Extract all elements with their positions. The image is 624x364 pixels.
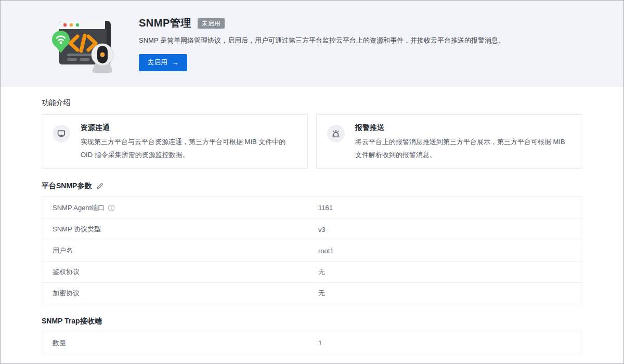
row-value: 无 [318, 267, 325, 277]
feature-card-description: 实现第三方平台与云平台资源连通，第三方平台可根据 MIB 文件中的 OID 指令… [81, 135, 297, 161]
status-badge: 未启用 [198, 18, 225, 29]
feature-card-resource: 资源连通 实现第三方平台与云平台资源连通，第三方平台可根据 MIB 文件中的 O… [42, 114, 308, 169]
snmp-params-table: SNMP Agent端口 1161 SNMP 协议类型 v3 用户名 [42, 197, 582, 304]
pencil-icon [96, 183, 103, 190]
params-section-header: 平台SNMP参数 [42, 181, 582, 191]
feature-card-title: 资源连通 [81, 123, 297, 133]
enable-button[interactable]: 去启用 → [139, 54, 187, 71]
snmp-trap-table: 数量 1 [42, 332, 582, 354]
edit-params-button[interactable] [96, 183, 103, 190]
row-label: SNMP Agent端口 [42, 203, 318, 213]
page-header: SNMP管理 未启用 SNMP 是简单网络管理协议，启用后，用户可通过第三方平台… [1, 1, 623, 87]
monitor-icon [53, 125, 70, 142]
table-row: 用户名 root1 [42, 240, 582, 261]
features-section-title: 功能介绍 [42, 98, 582, 108]
arrow-right-icon: → [172, 59, 179, 66]
feature-card-alarm: 报警推送 将云平台上的报警消息推送到第三方平台展示，第三方平台可根据 MIB 文… [316, 114, 582, 169]
row-value: 1161 [318, 204, 333, 212]
enable-button-label: 去启用 [147, 58, 167, 67]
row-value: 1 [318, 339, 322, 347]
trap-section-header: SNMP Trap接收端 [42, 317, 582, 326]
feature-card-text: 资源连通 实现第三方平台与云平台资源连通，第三方平台可根据 MIB 文件中的 O… [81, 123, 297, 161]
row-value: root1 [318, 247, 334, 255]
table-row: 数量 1 [42, 332, 582, 354]
row-label: SNMP 协议类型 [42, 225, 318, 234]
snmp-management-page: SNMP管理 未启用 SNMP 是简单网络管理协议，启用后，用户可通过第三方平台… [0, 0, 624, 364]
row-label: 用户名 [42, 246, 318, 255]
params-section-title: 平台SNMP参数 [42, 181, 92, 191]
feature-cards: 资源连通 实现第三方平台与云平台资源连通，第三方平台可根据 MIB 文件中的 O… [42, 114, 582, 169]
row-value: 无 [318, 289, 325, 298]
row-label: 鉴权协议 [42, 267, 318, 277]
table-row: 加密协议 无 [42, 282, 582, 304]
table-row: SNMP 协议类型 v3 [42, 218, 582, 240]
table-row: SNMP Agent端口 1161 [42, 197, 582, 218]
row-label: 加密协议 [42, 289, 318, 298]
table-row: 鉴权协议 无 [42, 261, 582, 282]
trap-section-title: SNMP Trap接收端 [42, 317, 102, 326]
page-content: 功能介绍 资源连通 实现第三方平台与云平台资源连通，第三方平台可根据 MIB 文… [1, 98, 623, 354]
info-icon[interactable] [108, 204, 115, 212]
page-title: SNMP管理 [139, 16, 191, 30]
snmp-illustration-icon [44, 13, 122, 75]
row-value: v3 [318, 226, 326, 233]
alarm-icon [327, 125, 345, 142]
page-description: SNMP 是简单网络管理协议，启用后，用户可通过第三方平台监控云平台上的资源和事… [139, 36, 505, 45]
row-label: 数量 [42, 339, 318, 348]
header-text-block: SNMP管理 未启用 SNMP 是简单网络管理协议，启用后，用户可通过第三方平台… [139, 13, 505, 87]
row-label-text: SNMP Agent端口 [53, 203, 105, 213]
feature-card-description: 将云平台上的报警消息推送到第三方平台展示，第三方平台可根据 MIB 文件解析收到… [355, 135, 571, 161]
feature-card-text: 报警推送 将云平台上的报警消息推送到第三方平台展示，第三方平台可根据 MIB 文… [355, 123, 571, 161]
feature-card-title: 报警推送 [355, 123, 571, 133]
